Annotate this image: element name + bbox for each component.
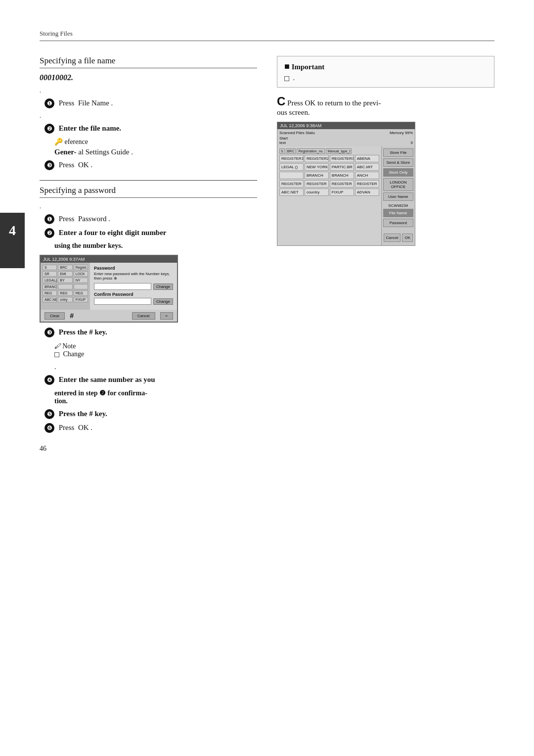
screen-cell-30: REGISTER [279, 180, 304, 188]
screen-cell-23: ANCH [355, 172, 379, 179]
section-file-name-title: Specifying a file name [40, 56, 257, 68]
screen-btn-cancel[interactable]: Cancel [384, 234, 401, 242]
pwd-arrow-btn[interactable]: » [160, 312, 173, 320]
note-checkbox [54, 352, 59, 357]
pwd-step6-num: ❻ [44, 423, 54, 433]
step2-bold: Enter the file name. [59, 124, 121, 132]
pwd-step3: ❸ Press the # key. [40, 328, 257, 337]
pwd-right-panel: Password Enter new password with the Num… [90, 263, 177, 310]
gen-settings-block: Gener- al Settings Guide . [54, 148, 257, 156]
screen-tab-brc[interactable]: BRC [286, 148, 296, 154]
important-label: Important [292, 63, 325, 71]
screen-topbar: JUL 12,2006 9:38AM [277, 122, 415, 129]
screen-btn-store-only[interactable]: Store Only [383, 168, 413, 177]
pwd-change-btn2[interactable]: Change [153, 298, 173, 305]
screen-btn-file-name[interactable]: File Name [383, 209, 413, 217]
hash-icon: # [70, 312, 74, 320]
pwd-grid-cell-02: Registr... [74, 265, 88, 270]
pwd-grid-cell-11: EMI [58, 271, 72, 277]
pwd-step6-text: OK . [78, 424, 92, 431]
step2-num: ❷ [44, 124, 54, 134]
screen-memory-pct: Memory 99% [390, 131, 413, 135]
step1: ❶ Press File Name . [40, 98, 257, 108]
screen-btn-send-store[interactable]: Send & Store [383, 158, 413, 167]
screen-cell-21: BRANCH [305, 172, 329, 179]
pwd-grid-cell-12: LOCK [74, 271, 88, 277]
screen-btn-london[interactable]: LONDON OFFICE [383, 178, 413, 191]
screen-btn-user-name[interactable]: User Name [383, 192, 413, 201]
screen-date: JUL 12,2006 9:38AM [280, 123, 321, 128]
pwd-step3-num: ❸ [44, 328, 54, 337]
pwd-grid-cell-10: SR [43, 271, 57, 277]
page-number: 46 [40, 445, 46, 453]
screen-tab-manual[interactable]: Manual_type_t [326, 148, 352, 154]
pwd-change-btn1[interactable]: Change [153, 284, 173, 290]
pwd-grid-row-3: BRANCH [43, 284, 88, 289]
important-dot: . [293, 74, 295, 82]
screen-next-value: 0 [411, 141, 413, 145]
screen-data-row-2: BRANCH BRANCH ANCH [279, 172, 379, 179]
pwd-grid: S BRC Registr... SR EMI LOCK [43, 265, 88, 302]
pwd-section-title: Password [94, 266, 173, 271]
password-dialog: JUL 12,2006 9:37AM S BRC Registr... [40, 255, 178, 323]
pwd-grid-cell-31 [58, 284, 72, 289]
screen-btn-store-file[interactable]: Store File [383, 148, 413, 157]
screen-cell-11: NEW YORK [305, 163, 329, 171]
screen-scanned-label: Scanned Files Statu [279, 131, 315, 135]
pwd-grid-row-2: LEGAL() BY NY [43, 278, 88, 283]
screen-cell-32: REGISTER [330, 180, 354, 188]
screen-left-panel: S BRC Registration_no. Manual_type_t REG… [277, 146, 381, 245]
screen-cell-01: REGISTER2 [305, 155, 329, 162]
important-box: ■ Important . [277, 56, 494, 88]
step3-num: ❸ [44, 160, 54, 170]
screen-tab-reg[interactable]: Registration_no. [297, 148, 325, 154]
pwd-step1-text: Password . [78, 215, 110, 223]
screen-btn-password[interactable]: Password [383, 219, 413, 227]
pwd-confirm-field[interactable] [94, 298, 151, 305]
screen-start-row: Start [279, 136, 413, 141]
pwd-step4-text2: tion. [54, 397, 257, 405]
left-column: Specifying a file name 00010002. . ❶ Pre… [40, 56, 257, 443]
screen-next-row: text 0 [279, 141, 413, 145]
step3-text: OK . [78, 161, 92, 169]
screen-start-label: Start [279, 136, 288, 141]
chapter-tab: 4 [0, 213, 25, 268]
screen-cell-22: BRANCH [330, 172, 354, 179]
pwd-cancel-btn[interactable]: Cancel [132, 312, 155, 320]
pwd-step1-label: Press [59, 215, 75, 223]
pwd-dialog-body: S BRC Registr... SR EMI LOCK [41, 263, 177, 310]
dot-after-step1: . [40, 112, 257, 120]
pwd-grid-cell-21: BY [58, 278, 72, 283]
pwd-step1: ❶ Press Password . [40, 214, 257, 224]
dot-pwd: . [40, 203, 257, 210]
pwd-grid-cell-41: REG [58, 290, 72, 296]
pwd-clear-btn[interactable]: Clear [44, 312, 65, 320]
c-letter: C [277, 94, 285, 108]
header: Storing Files [40, 30, 494, 41]
important-check-sym [284, 76, 289, 81]
pwd-input-field[interactable] [94, 283, 151, 290]
screen-cell-40: ABC.NET [279, 189, 304, 196]
screen-btn-ok[interactable]: OK [402, 234, 413, 242]
pwd-grid-row-0: S BRC Registr... [43, 265, 88, 270]
pwd-input-row1: Change [94, 283, 173, 290]
pwd-step1-num: ❶ [44, 214, 54, 224]
screen-cell-00: REGISTER1 [279, 155, 304, 162]
pwd-grid-row-4: REG REG REG [43, 290, 88, 296]
screen-mockup: JUL 12,2006 9:38AM Scanned Files Statu M… [277, 122, 415, 246]
step2-icon-row: 🔑 eference [54, 138, 257, 146]
c-press-block: C Press OK to return to the previ- ous s… [277, 94, 494, 117]
note-title: 🖊 [54, 342, 62, 350]
screen-data-row-1: LEGAL () NEW YORK PARTIC.BR ABC.MIT [279, 163, 379, 171]
pwd-grid-cell-00: S [43, 265, 57, 270]
step1-num: ❶ [44, 98, 54, 108]
pwd-step2-using: using the number keys. [54, 242, 257, 250]
pwd-step5-num: ❺ [44, 409, 54, 419]
screen-tab-s[interactable]: S [279, 148, 285, 154]
generator-text: al Settings Guide . [78, 148, 133, 156]
screen-scan-value: SCAN8234 [383, 202, 413, 209]
note-box: 🖊 Note Change [54, 342, 257, 358]
step3: ❸ Press OK . [40, 160, 257, 170]
pwd-step6-label: Press [59, 424, 75, 431]
step1-label: Press [59, 99, 75, 107]
